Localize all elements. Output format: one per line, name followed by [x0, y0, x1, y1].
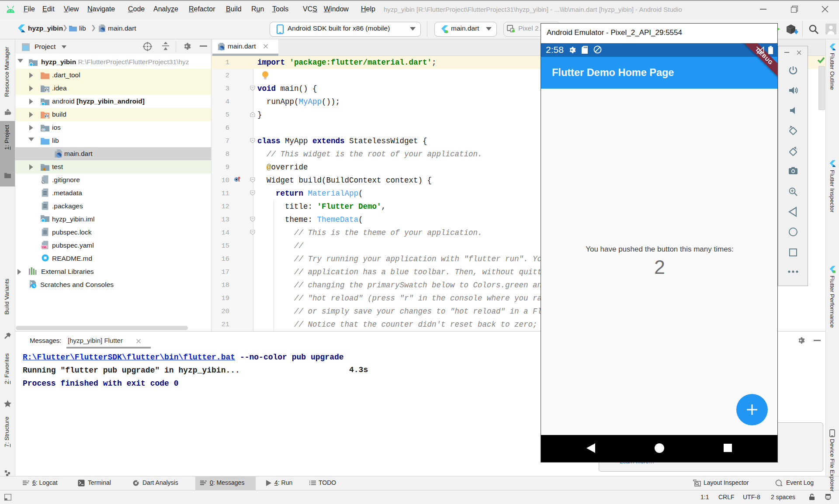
svg-text:YML: YML: [42, 246, 47, 249]
